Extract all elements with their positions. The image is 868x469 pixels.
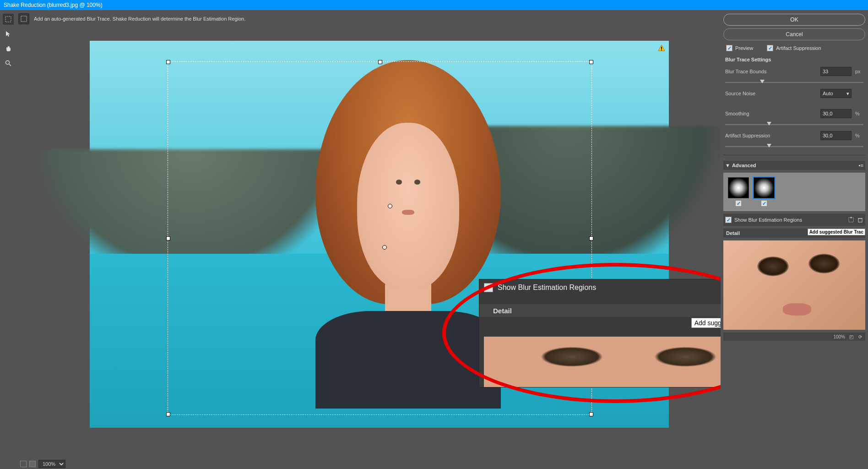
resize-handle-w[interactable] [166,236,170,240]
source-noise-label: Source Noise [725,91,817,96]
svg-rect-4 [661,47,662,49]
smoothing-slider[interactable] [725,122,863,127]
pointer-tool[interactable] [3,28,14,39]
actual-pixels-icon[interactable] [29,461,36,467]
show-regions-checkbox[interactable]: ✓ [725,217,732,223]
preview-checkbox[interactable]: ✓ Preview [726,45,753,51]
svg-point-1 [6,61,10,65]
reset-loupe-icon[interactable]: ⟳ [857,333,863,340]
detail-header: Detail Add suggested Blur Trac [723,229,865,238]
chevron-down-icon: ▾ [846,91,849,97]
blur-trace-thumb-2[interactable] [754,177,775,198]
disclosure-triangle-icon: ▼ [725,163,730,168]
advanced-header[interactable]: ▼ Advanced ▪≡ [723,161,865,170]
window-titlebar: Shake Reduction (blurred3.jpg @ 100%) [0,0,868,10]
status-bar: 100% [16,459,721,469]
delete-blur-trace-icon[interactable] [857,217,863,223]
fit-screen-icon[interactable] [20,461,27,467]
add-blur-trace-hint-icon[interactable] [18,13,29,24]
artifact-suppression-checkbox[interactable]: ✓ Artifact Suppression [767,45,821,51]
artifact-unit: % [855,133,863,138]
magnified-inset: ✓ Show Blur Estimation Regions Detail Ad… [479,279,721,387]
artifact-slider[interactable] [725,144,863,149]
add-suggested-blur-trace-icon[interactable] [848,217,854,223]
inset-detail-label: Detail [493,307,512,315]
blur-trace-thumb-1[interactable] [728,177,749,198]
bounds-label: Blur Trace Bounds [725,69,817,74]
ok-button[interactable]: OK [723,14,865,26]
hint-bar: Add an auto-generated Blur Trace. Shake … [18,13,717,25]
panel-menu-icon[interactable]: ▪≡ [859,163,863,168]
preview-label: Preview [735,45,753,51]
bounds-slider[interactable] [725,80,863,85]
artifact-field[interactable] [820,131,852,140]
resize-handle-ne[interactable] [589,60,593,64]
trace-center-marker[interactable] [388,204,392,208]
settings-panel: OK Cancel ✓ Preview ✓ Artifact Suppressi… [721,10,868,469]
blur-trace-settings-header: Blur Trace Settings [723,56,865,63]
resize-handle-se[interactable] [589,412,593,416]
detail-zoom-label: 100% [833,334,845,339]
detail-loupe-image[interactable] [723,240,865,330]
smoothing-unit: % [855,111,863,116]
svg-rect-5 [661,49,662,50]
show-regions-label: Show Blur Estimation Regions [734,217,845,223]
resize-handle-n[interactable] [378,60,382,64]
svg-rect-0 [5,16,11,22]
svg-rect-17 [858,218,862,222]
hint-text: Add an auto-generated Blur Trace. Shake … [34,16,245,22]
smoothing-field[interactable] [820,109,852,118]
artifact-label: Artifact Suppression [725,133,817,138]
source-noise-select[interactable]: Auto ▾ [820,89,852,98]
svg-line-2 [9,64,11,66]
tool-column [0,10,16,469]
blur-trace-strip: ✓ ✓ [723,173,865,211]
undock-loupe-icon[interactable]: ◰ [848,333,854,340]
inset-detail-image [484,337,721,387]
resize-handle-sw[interactable] [166,412,170,416]
window-title: Shake Reduction (blurred3.jpg @ 100%) [4,2,103,8]
blur-trace-check-1[interactable]: ✓ [735,200,742,207]
smoothing-label: Smoothing [725,111,817,116]
advanced-label: Advanced [732,163,756,168]
zoom-tool[interactable] [3,58,14,69]
trace-center-marker[interactable] [382,245,387,250]
zoom-select[interactable]: 100% [38,460,65,468]
bounds-field[interactable] [820,67,852,76]
detail-tooltip: Add suggested Blur Trac [808,229,865,235]
canvas-area[interactable]: ✓ Show Blur Estimation Regions Detail Ad… [16,25,721,459]
cancel-button[interactable]: Cancel [723,28,865,40]
warning-icon [658,44,665,52]
resize-handle-e[interactable] [589,236,593,240]
inset-show-regions-checkbox[interactable]: ✓ [484,283,493,292]
artifact-suppression-label: Artifact Suppression [776,45,821,51]
inset-show-regions-label: Show Blur Estimation Regions [498,284,721,292]
marquee-tool[interactable] [3,14,14,25]
detail-label: Detail [726,230,740,236]
inset-tooltip: Add suggested Blur Trac [691,318,721,328]
bounds-unit: px [855,69,863,74]
blur-trace-check-2[interactable]: ✓ [761,200,767,207]
hand-tool[interactable] [3,43,14,54]
svg-rect-3 [21,16,27,22]
resize-handle-nw[interactable] [166,60,170,64]
